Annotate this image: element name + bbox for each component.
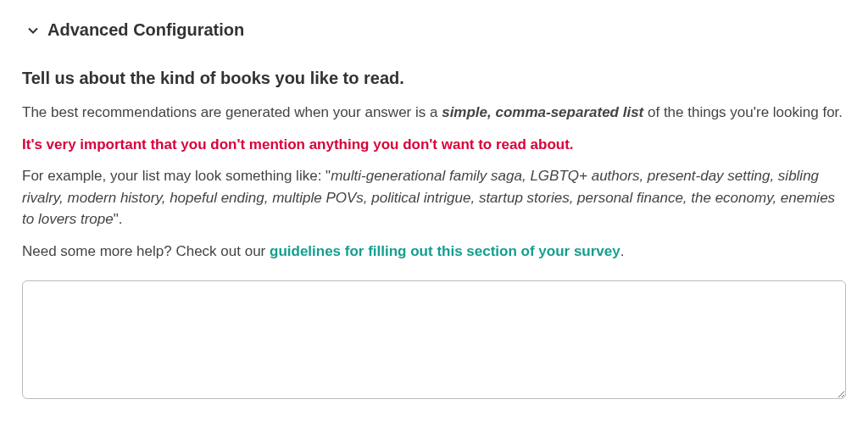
advanced-configuration-toggle[interactable]: Advanced Configuration <box>22 20 846 40</box>
help-suffix: . <box>620 243 625 259</box>
preferences-textarea[interactable] <box>22 280 846 399</box>
advanced-configuration-title: Advanced Configuration <box>47 20 244 40</box>
example-suffix: ". <box>114 211 123 227</box>
guidelines-link[interactable]: guidelines for filling out this section … <box>270 243 620 259</box>
intro-text-prefix: The best recommendations are generated w… <box>22 104 442 120</box>
warning-text: It's very important that you don't menti… <box>22 134 846 156</box>
intro-paragraph: The best recommendations are generated w… <box>22 102 846 124</box>
intro-text-suffix: of the things you're looking for. <box>643 104 843 120</box>
help-paragraph: Need some more help? Check out our guide… <box>22 241 846 263</box>
chevron-down-icon <box>27 25 39 36</box>
section-heading: Tell us about the kind of books you like… <box>22 69 846 88</box>
intro-text-bold: simple, comma-separated list <box>442 104 643 120</box>
example-prefix: For example, your list may look somethin… <box>22 168 331 184</box>
help-prefix: Need some more help? Check out our <box>22 243 270 259</box>
example-paragraph: For example, your list may look somethin… <box>22 165 846 230</box>
